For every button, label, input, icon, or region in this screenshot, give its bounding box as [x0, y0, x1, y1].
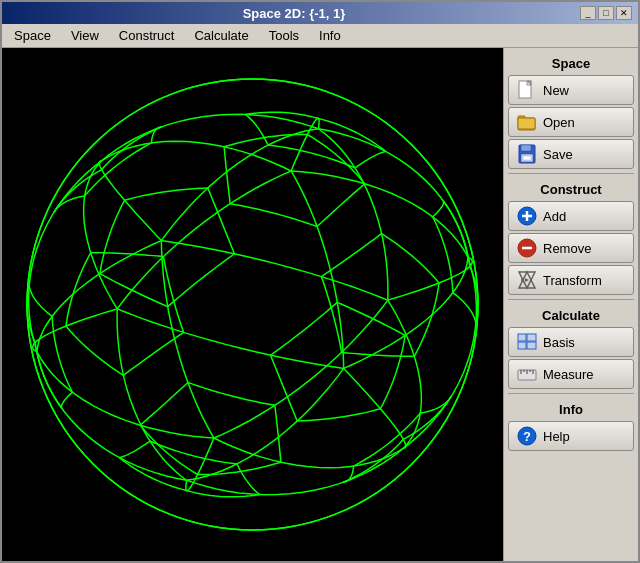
window-controls: _ □ ✕: [580, 6, 632, 20]
sidebar: Space New: [503, 48, 638, 561]
transform-label: Transform: [543, 273, 602, 288]
menu-tools[interactable]: Tools: [261, 26, 307, 45]
svg-text:?: ?: [523, 429, 531, 444]
menu-info[interactable]: Info: [311, 26, 349, 45]
save-button[interactable]: Save: [508, 139, 634, 169]
viewport-canvas: [2, 48, 503, 561]
measure-label: Measure: [543, 367, 594, 382]
remove-button[interactable]: Remove: [508, 233, 634, 263]
svg-rect-21: [527, 334, 536, 341]
divider-2: [508, 299, 634, 300]
section-construct-label: Construct: [508, 182, 634, 197]
open-button[interactable]: Open: [508, 107, 634, 137]
open-label: Open: [543, 115, 575, 130]
menu-space[interactable]: Space: [6, 26, 59, 45]
open-icon: [517, 112, 537, 132]
close-button[interactable]: ✕: [616, 6, 632, 20]
menu-calculate[interactable]: Calculate: [186, 26, 256, 45]
new-label: New: [543, 83, 569, 98]
measure-icon: [517, 364, 537, 384]
section-calculate-label: Calculate: [508, 308, 634, 323]
new-button[interactable]: New: [508, 75, 634, 105]
section-space-label: Space: [508, 56, 634, 71]
remove-label: Remove: [543, 241, 591, 256]
transform-icon: [517, 270, 537, 290]
svg-rect-8: [521, 145, 531, 151]
divider-3: [508, 393, 634, 394]
menu-bar: Space View Construct Calculate Tools Inf…: [2, 24, 638, 48]
maximize-button[interactable]: □: [598, 6, 614, 20]
new-icon: [517, 80, 537, 100]
menu-construct[interactable]: Construct: [111, 26, 183, 45]
section-info-label: Info: [508, 402, 634, 417]
add-label: Add: [543, 209, 566, 224]
svg-rect-20: [518, 334, 526, 341]
remove-icon: [517, 238, 537, 258]
svg-rect-10: [523, 156, 531, 160]
save-label: Save: [543, 147, 573, 162]
add-icon: [517, 206, 537, 226]
svg-rect-6: [518, 118, 535, 129]
transform-button[interactable]: Transform: [508, 265, 634, 295]
help-icon: ?: [517, 426, 537, 446]
main-content: Space New: [2, 48, 638, 561]
basis-label: Basis: [543, 335, 575, 350]
save-icon: [517, 144, 537, 164]
svg-rect-23: [527, 342, 536, 349]
basis-icon: [517, 332, 537, 352]
help-button[interactable]: ? Help: [508, 421, 634, 451]
window-title: Space 2D: {-1, 1}: [8, 6, 580, 21]
divider-1: [508, 173, 634, 174]
measure-button[interactable]: Measure: [508, 359, 634, 389]
svg-rect-22: [518, 342, 526, 349]
add-button[interactable]: Add: [508, 201, 634, 231]
basis-button[interactable]: Basis: [508, 327, 634, 357]
help-label: Help: [543, 429, 570, 444]
main-window: Space 2D: {-1, 1} _ □ ✕ Space View Const…: [0, 0, 640, 563]
canvas-area[interactable]: [2, 48, 503, 561]
menu-view[interactable]: View: [63, 26, 107, 45]
title-bar: Space 2D: {-1, 1} _ □ ✕: [2, 2, 638, 24]
svg-marker-19: [525, 278, 529, 282]
minimize-button[interactable]: _: [580, 6, 596, 20]
